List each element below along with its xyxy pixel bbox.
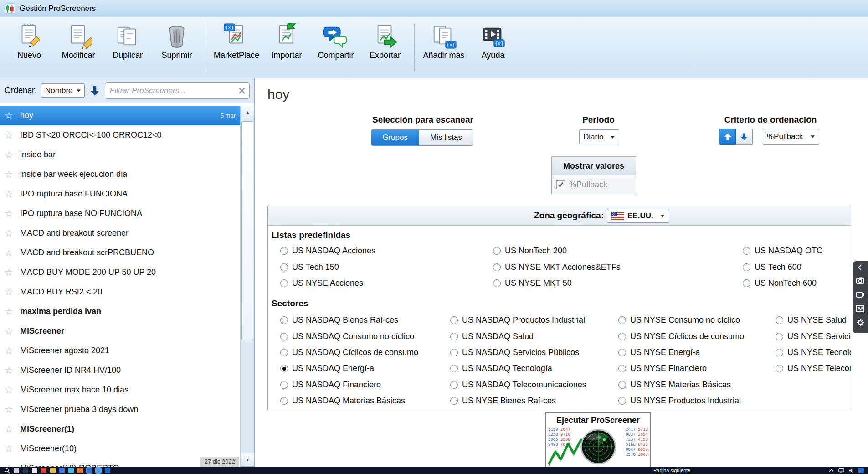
favorite-star-icon[interactable]: ☆ — [5, 365, 20, 376]
sector-radio[interactable]: US NYSE Cíclicos de consumo — [618, 328, 744, 344]
sector-radio[interactable]: US NYSE Tecnolog — [776, 345, 851, 361]
sector-radio[interactable]: US NASDAQ Bienes Raí-ces — [280, 312, 418, 328]
list-scrollbar[interactable]: ▲ ▼ — [240, 106, 254, 467]
period-select[interactable]: Diario — [579, 129, 619, 144]
favorite-star-icon[interactable]: ☆ — [5, 267, 20, 278]
tray-chevron-up-icon[interactable] — [828, 468, 834, 474]
screener-list-item[interactable]: ☆ maxima perdida ivan — [0, 302, 240, 321]
toolbar-marketplace-button[interactable]: {x} MarketPlace — [211, 21, 262, 60]
screener-list-item[interactable]: ☆ MiScreener ID NR4 HV/100 — [0, 361, 240, 380]
screener-list-item[interactable]: ☆ MiScreener prueba 3 days down — [0, 400, 240, 419]
toolbar-exportar-button[interactable]: Exportar — [360, 21, 410, 60]
predefined-list-radio[interactable]: US NonTech 200 — [493, 243, 621, 259]
tray-display-icon[interactable] — [838, 468, 844, 474]
toolbar-nuevo-button[interactable]: Nuevo — [5, 21, 54, 60]
my-lists-button[interactable]: Mis listas — [419, 130, 473, 145]
screener-list-item[interactable]: ☆ MiScreener — [0, 321, 240, 341]
favorite-star-icon[interactable]: ☆ — [5, 404, 20, 415]
scroll-up-button[interactable]: ▲ — [241, 106, 255, 119]
screener-list-item[interactable]: ☆ MiScreener(10) — [0, 439, 240, 459]
toolbar-importar-button[interactable]: Importar — [262, 21, 311, 60]
predefined-list-radio[interactable]: US NASDAQ OTC — [743, 243, 822, 259]
tray-volume-icon[interactable] — [848, 468, 854, 474]
clear-filter-icon[interactable] — [238, 87, 246, 94]
scroll-down-button[interactable]: ▼ — [241, 453, 255, 467]
taskbar-pinned-app-5[interactable] — [50, 468, 56, 473]
sector-radio[interactable]: US NYSE Telecomu — [776, 361, 851, 376]
screenshot-button[interactable] — [853, 273, 868, 287]
predefined-list-radio[interactable]: US NYSE MKT 50 — [493, 275, 621, 291]
favorite-star-icon[interactable]: ☆ — [5, 326, 20, 337]
toolbar-anadir-mas-button[interactable]: {x} Añadir más — [419, 21, 468, 60]
sort-select[interactable]: Nombre — [41, 83, 85, 98]
sector-radio[interactable]: US NYSE Financiero — [618, 361, 744, 376]
sort-ascending-button[interactable] — [719, 129, 736, 145]
screener-list-item[interactable]: ☆ MACD BUY MODE 200 UP 50 UP 20 — [0, 263, 240, 282]
screener-list-item[interactable]: ☆ MiScreener(1) — [0, 419, 240, 439]
favorite-star-icon[interactable]: ☆ — [5, 306, 20, 317]
favorite-star-icon[interactable]: ☆ — [5, 208, 20, 219]
sector-radio[interactable]: US NASDAQ Servicios Públicos — [450, 345, 586, 361]
sector-radio[interactable]: US NYSE Materias Básicas — [618, 377, 744, 393]
sector-radio[interactable]: US NYSE Bienes Raí-ces — [450, 393, 586, 409]
screener-list-item[interactable]: ☆ inside bar week ejecucion dia — [0, 165, 240, 184]
screener-list-item[interactable]: ☆ MACD and breakout scrPRCBUENO — [0, 243, 240, 263]
screener-list-item[interactable]: ☆ hoy 5 mar — [0, 106, 240, 125]
predefined-list-radio[interactable]: US NYSE MKT Acciones&ETFs — [493, 259, 621, 275]
run-proscreener-button[interactable]: Ejecutar ProScreener 6159 26478258 97105… — [545, 412, 651, 467]
favorite-star-icon[interactable]: ☆ — [5, 189, 20, 200]
screener-list-item[interactable]: ☆ MACD and breakout screener — [0, 223, 240, 243]
pullback-checkbox[interactable] — [556, 180, 565, 189]
sector-radio[interactable]: US NASDAQ Productos Industrial — [450, 312, 586, 328]
scroll-thumb[interactable] — [241, 121, 253, 340]
favorite-star-icon[interactable]: ☆ — [5, 287, 20, 298]
favorite-star-icon[interactable]: ☆ — [5, 345, 20, 356]
sector-radio[interactable]: US NASDAQ Financiero — [280, 377, 418, 393]
predefined-list-radio[interactable]: US NASDAQ Acciones — [280, 243, 375, 259]
sector-radio[interactable]: US NASDAQ Materias Básicas — [280, 393, 418, 409]
toolbar-suprimir-button[interactable]: Suprimir — [152, 21, 201, 60]
capture-settings-button[interactable] — [853, 315, 868, 330]
favorite-star-icon[interactable]: ☆ — [5, 443, 20, 454]
predefined-list-radio[interactable]: US NonTech 600 — [743, 275, 822, 291]
taskbar-pinned-app-6[interactable] — [59, 468, 65, 473]
favorite-star-icon[interactable]: ☆ — [5, 247, 20, 258]
taskbar-window-label[interactable]: Página siguiente — [653, 468, 690, 473]
geo-zone-select[interactable]: EE.UU. — [607, 209, 669, 223]
predefined-list-radio[interactable]: US Tech 150 — [280, 259, 375, 275]
taskbar-pinned-app-1[interactable] — [14, 468, 19, 473]
toolbar-compartir-button[interactable]: Compartir — [311, 21, 360, 60]
taskbar-pinned-app-7[interactable] — [68, 468, 74, 473]
favorite-star-icon[interactable]: ☆ — [5, 424, 20, 435]
sector-radio[interactable]: US NYSE Servicios — [776, 328, 851, 344]
sort-direction-button[interactable] — [89, 85, 101, 97]
favorite-star-icon[interactable]: ☆ — [5, 110, 20, 121]
toolbar-modificar-button[interactable]: Modificar — [54, 21, 103, 60]
sector-radio[interactable]: US NASDAQ Tecnología — [450, 361, 586, 376]
filter-input[interactable] — [105, 82, 250, 99]
favorite-star-icon[interactable]: ☆ — [5, 169, 20, 180]
toolbar-ayuda-button[interactable]: {x} Ayuda — [468, 21, 518, 60]
taskbar-pinned-app-2[interactable] — [23, 468, 28, 473]
sector-radio[interactable]: US NASDAQ Telecomunicaciones — [450, 377, 586, 393]
sector-radio[interactable]: US NYSE Consumo no cíclico — [618, 312, 744, 328]
screener-list-item[interactable]: ☆ IBD ST<20 ORCCI<-100 ORROC12<0 — [0, 125, 240, 145]
favorite-star-icon[interactable]: ☆ — [5, 228, 20, 239]
sort-descending-button[interactable] — [736, 129, 753, 145]
sector-radio[interactable]: US NYSE Energí-a — [618, 345, 744, 361]
taskbar-open-app-2[interactable] — [96, 468, 101, 473]
sector-radio[interactable]: US NASDAQ Cíclicos de consumo — [280, 345, 418, 361]
taskbar-pinned-app-9[interactable] — [105, 468, 110, 473]
sort-criteria-select[interactable]: %Pullback — [763, 129, 819, 145]
screener-list-item[interactable]: ☆ MiScreener agosto 2021 — [0, 341, 240, 361]
sector-radio[interactable]: US NASDAQ Energí-a — [280, 361, 418, 376]
screener-list-item[interactable]: ☆ IPO ruptura base FUNCIONA — [0, 184, 240, 204]
sector-radio[interactable]: US NASDAQ Salud — [450, 328, 586, 344]
favorite-star-icon[interactable]: ☆ — [5, 385, 20, 396]
image-gallery-button[interactable] — [853, 301, 868, 315]
tray-app-icon[interactable] — [858, 468, 864, 473]
favorite-star-icon[interactable]: ☆ — [5, 130, 20, 141]
sector-radio[interactable]: US NASDAQ Consumo no cíclico — [280, 328, 418, 344]
groups-button[interactable]: Grupos — [371, 130, 419, 145]
sector-radio[interactable]: US NYSE Salud — [776, 312, 851, 328]
